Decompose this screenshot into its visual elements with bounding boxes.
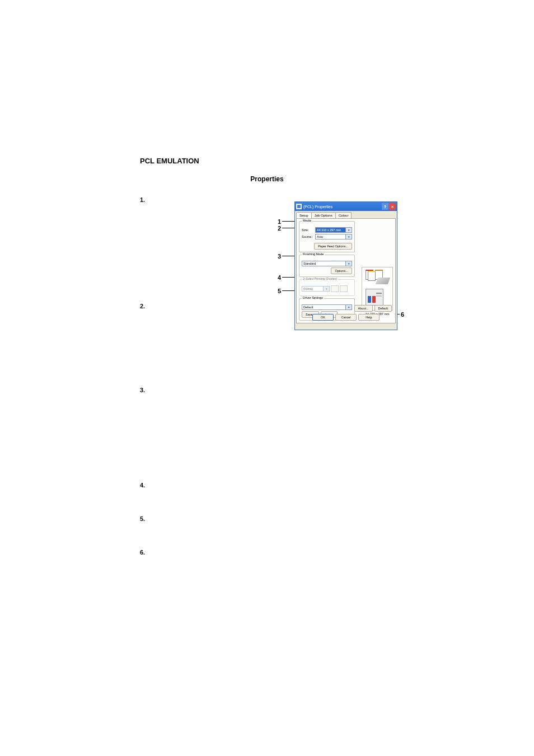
- item-body: [156, 515, 394, 522]
- finishing-options-button[interactable]: Options...: [331, 267, 352, 274]
- source-combo[interactable]: Auto: [315, 234, 352, 240]
- tab-body: Media Size: A4 210 x 297 mm Source: Auto…: [296, 218, 396, 323]
- duplex-group: 2-Sided Printing (Duplex) (None): [299, 279, 355, 296]
- printer-icon: [366, 289, 383, 306]
- preview-pane: A4 210 x 297 mm: [362, 267, 393, 311]
- finishing-group: Finishing Mode Standard Options...: [299, 255, 355, 277]
- finishing-legend: Finishing Mode: [302, 252, 325, 256]
- ok-button[interactable]: OK: [312, 314, 334, 321]
- callout-2: 2: [278, 225, 281, 232]
- media-group: Media Size: A4 210 x 297 mm Source: Auto…: [299, 221, 355, 252]
- item-number: 5.: [140, 515, 156, 522]
- item-body: [156, 549, 394, 556]
- about-button[interactable]: About...: [354, 305, 373, 312]
- finishing-combo[interactable]: Standard: [302, 261, 352, 266]
- dialog-title: (PCL) Properties: [303, 205, 332, 209]
- item-number: 6.: [140, 549, 156, 556]
- callout-3: 3: [278, 253, 281, 260]
- tray-icon: [376, 278, 390, 284]
- driver-combo[interactable]: Default: [302, 304, 352, 310]
- item-number: 4.: [140, 482, 156, 489]
- paper-feed-button[interactable]: Paper Feed Options...: [314, 243, 352, 250]
- list-item: 6.: [140, 549, 394, 556]
- item-body: [156, 482, 394, 489]
- item-number: 2.: [140, 303, 156, 309]
- tab-colour[interactable]: Colour: [335, 212, 352, 218]
- default-button[interactable]: Default: [374, 305, 392, 312]
- dialog-titlebar[interactable]: (PCL) Properties ? ×: [295, 202, 397, 211]
- callout-6: 6: [401, 311, 404, 318]
- duplex-long-edge-icon: [331, 285, 339, 292]
- sub-title: Properties: [140, 175, 394, 183]
- item-number: 3.: [140, 387, 156, 393]
- help-button[interactable]: Help: [358, 314, 380, 321]
- properties-dialog: (PCL) Properties ? × Setup Job Options C…: [294, 201, 397, 330]
- dialog-screenshot: 1 2 3 4 5 6 (PCL) Properties ? × Setup J…: [294, 201, 397, 330]
- list-item: 5.: [140, 515, 394, 522]
- tab-job-options[interactable]: Job Options: [311, 212, 336, 218]
- duplex-legend: 2-Sided Printing (Duplex): [302, 277, 338, 280]
- section-title: PCL EMULATION: [140, 157, 394, 165]
- driver-legend: Driver Settings: [302, 296, 324, 299]
- close-icon[interactable]: ×: [389, 203, 396, 210]
- size-combo[interactable]: A4 210 x 297 mm: [315, 227, 352, 233]
- callout-1: 1: [278, 218, 281, 225]
- callout-5: 5: [278, 288, 281, 294]
- media-legend: Media: [302, 219, 312, 222]
- tab-setup[interactable]: Setup: [296, 212, 312, 218]
- app-icon: [296, 204, 302, 209]
- size-label: Size:: [302, 228, 315, 232]
- cancel-button[interactable]: Cancel: [335, 314, 357, 321]
- help-icon[interactable]: ?: [382, 203, 388, 210]
- item-body: [156, 387, 394, 393]
- callout-4: 4: [278, 274, 281, 281]
- list-item: 4.: [140, 482, 394, 489]
- list-item: 3.: [140, 387, 394, 393]
- source-label: Source:: [302, 235, 315, 238]
- item-number: 1.: [140, 196, 156, 203]
- tabstrip: Setup Job Options Colour: [295, 211, 397, 218]
- duplex-combo: (None): [302, 286, 330, 292]
- duplex-short-edge-icon: [340, 285, 348, 292]
